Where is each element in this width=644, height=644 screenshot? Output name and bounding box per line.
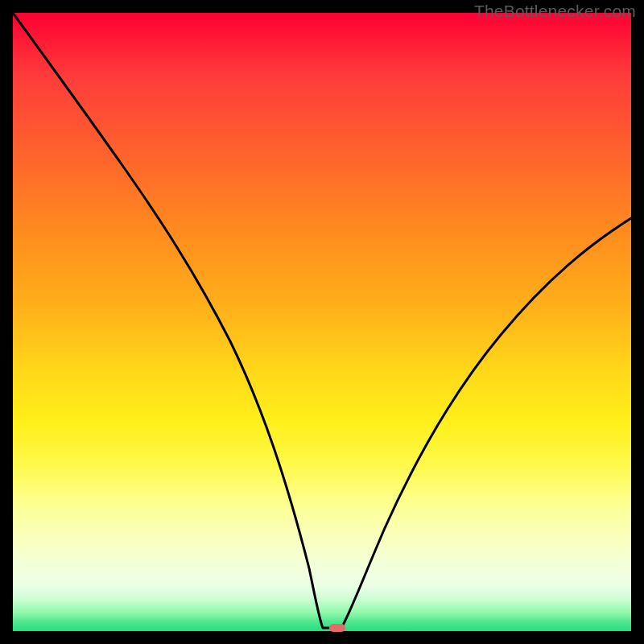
- plot-area: [13, 13, 631, 631]
- curve-path: [13, 13, 631, 628]
- min-point-marker: [329, 624, 345, 632]
- chart-stage: TheBottlenecker.com: [0, 0, 644, 644]
- bottleneck-curve: [13, 13, 631, 631]
- watermark-text: TheBottlenecker.com: [474, 2, 636, 21]
